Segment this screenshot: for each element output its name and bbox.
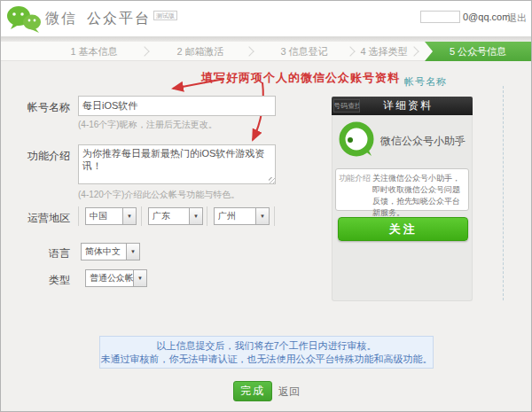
region-province-value: 广东 <box>153 210 170 222</box>
annotation-text: 填写好两项个人的微信公众账号资料 <box>201 70 400 86</box>
account-name-label: 帐号名称 <box>23 100 70 115</box>
brand-beta-badge: 测试版 <box>153 11 177 20</box>
type-value: 普通公众帐号 <box>90 272 133 284</box>
tab-detail-info[interactable]: 详细资料 <box>383 98 433 113</box>
account-name-pointer-label: 帐号名称 <box>404 75 447 89</box>
intro-hint: (4-120个字)介绍此公众帐号功能与特色。 <box>78 189 239 201</box>
region-city-select[interactable]: 广州 ▼ <box>214 207 270 225</box>
step-1-basic-info[interactable]: 1 基本信息 <box>54 42 134 61</box>
resize-handle-icon[interactable] <box>269 177 275 183</box>
pointer-dashed-line <box>503 86 504 300</box>
type-label: 类型 <box>23 273 70 288</box>
divider <box>274 206 275 226</box>
account-avatar-icon <box>337 120 376 162</box>
email-censor-box <box>420 11 460 23</box>
step-2-email-activation[interactable]: 2 邮箱激活 <box>160 42 240 61</box>
language-value: 简体中文 <box>85 245 121 258</box>
language-label: 语言 <box>23 246 70 261</box>
follow-button[interactable]: 关注 <box>338 217 468 241</box>
language-select[interactable]: 简体中文 ▼ <box>81 243 140 260</box>
dropdown-arrow-icon[interactable]: ▼ <box>122 208 136 224</box>
preview-account-name: 微信公众号小助手 <box>380 134 466 149</box>
preview-tabbar: 搜号码查找 详细资料 <box>332 97 473 115</box>
preview-intro-text: 关注微信公众号小助手，即时收取微信公众号问题反馈，抢先知晓公众平台新服务。 <box>372 173 466 206</box>
region-country-value: 中国 <box>90 210 107 222</box>
region-province-select[interactable]: 广东 ▼ <box>148 207 203 225</box>
intro-label: 功能介绍 <box>23 149 70 164</box>
wechat-logo-icon <box>6 5 42 37</box>
brand-platform: 公众平台 <box>87 10 151 28</box>
region-country-select[interactable]: 中国 ▼ <box>85 207 137 225</box>
preview-intro-box: 功能介绍 关注微信公众号小助手，即时收取微信公众号问题反馈，抢先知晓公众平台新服… <box>335 168 469 211</box>
review-notice: 以上信息提交后，我们将在7个工作日内进行审核。 未通过审核前，你无法申请认证，也… <box>99 336 434 369</box>
brand-weixin: 微信 <box>45 10 77 28</box>
mini-badge-icon <box>458 138 463 143</box>
step-3-info-registration[interactable]: 3 信息登记 <box>264 42 344 61</box>
wechat-public-platform-page: 微信 公众平台 测试版 0@qq.com 退出 1 基本信息 2 邮箱激活 3 … <box>0 0 532 412</box>
header: 微信 公众平台 测试版 0@qq.com 退出 <box>1 1 531 37</box>
account-name-hint: (4-16个字)昵称，注册后无法更改。 <box>78 119 217 131</box>
logout-link[interactable]: 退出 <box>507 12 527 25</box>
tab-search-label: 搜号码查找 <box>333 102 360 110</box>
divider <box>207 206 207 226</box>
dropdown-arrow-icon[interactable]: ▼ <box>189 208 202 224</box>
divider <box>141 206 142 226</box>
account-email: 0@qq.com <box>463 12 510 22</box>
tab-search-by-number[interactable]: 搜号码查找 <box>333 99 360 113</box>
dropdown-arrow-icon[interactable]: ▼ <box>126 244 139 260</box>
account-name-input[interactable] <box>78 96 276 116</box>
dropdown-arrow-icon[interactable]: ▼ <box>255 208 269 224</box>
preview-intro-label: 功能介绍 <box>339 173 372 206</box>
intro-textarea[interactable]: 为你推荐每日最新最热门的iOS软件游戏资讯！ <box>78 144 276 184</box>
notice-line-1: 以上信息提交后，我们将在7个工作日内进行审核。 <box>100 339 433 353</box>
notice-line-2: 未通过审核前，你无法申请认证，也无法使用公众平台特殊功能和高级功能。 <box>100 353 433 366</box>
region-city-value: 广州 <box>218 210 236 222</box>
submit-button[interactable]: 完成 <box>233 381 272 401</box>
type-select[interactable]: 普通公众帐号 ▼ <box>85 269 147 287</box>
dropdown-arrow-icon[interactable]: ▼ <box>133 270 146 286</box>
region-label: 运营地区 <box>23 211 70 226</box>
step-5-public-account-info[interactable]: 5 公众号信息 <box>425 42 531 61</box>
back-link[interactable]: 返回 <box>278 385 300 400</box>
divider <box>78 206 79 226</box>
